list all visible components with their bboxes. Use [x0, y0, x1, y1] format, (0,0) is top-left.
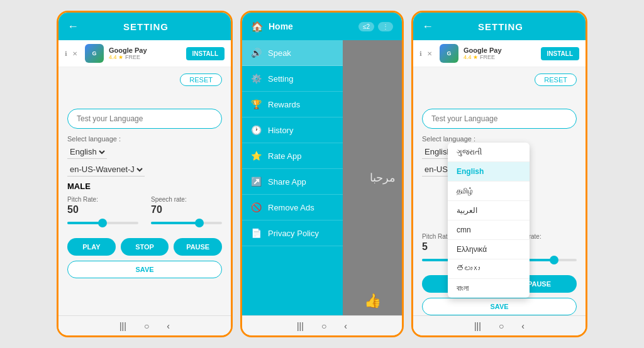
screen1-frame: ← SETTING ℹ ✕ G Google Pay 4.4 ★ FREE IN…: [57, 11, 233, 337]
share-label: Share App: [268, 177, 306, 187]
speech-track: [151, 222, 222, 224]
dropdown-item-arabic[interactable]: العربية: [448, 201, 530, 220]
screen3-title: SETTING: [440, 21, 562, 32]
screen3-frame: ← SETTING ℹ ✕ G Google Pay 4.4 ★ FREE IN…: [411, 11, 587, 337]
select-language-label: Select language :: [67, 135, 222, 143]
screen3-ad-rating: 4.4 ★: [464, 54, 478, 60]
screen2-frame: 🏠 Home ≤2 ⋮ 🔊 Speak ⚙️ Setting: [240, 11, 404, 337]
menu-item-privacy[interactable]: 📄 Privacy Policy: [242, 220, 343, 246]
language-dropdown-overlay: ગુજરાતી English தமிழ் العربية cmn Ελληνι…: [448, 143, 530, 298]
arabic-text: مرحبا: [370, 171, 396, 185]
nav-home-icon3[interactable]: ○: [499, 321, 504, 331]
speech-value: 70: [151, 204, 222, 215]
gender-label: MALE: [67, 182, 222, 191]
screen3-save-row: SAVE: [422, 298, 577, 315]
screen3-setting: ← SETTING ℹ ✕ G Google Pay 4.4 ★ FREE IN…: [413, 13, 586, 335]
nav-menu-icon3[interactable]: |||: [474, 321, 481, 331]
language-select[interactable]: English: [67, 145, 107, 159]
screen3-ad-text: Google Pay 4.4 ★ FREE: [464, 46, 536, 60]
screen3-ad-free: FREE: [480, 54, 495, 60]
screen3-ad-app-name: Google Pay: [464, 46, 536, 54]
menu-item-history[interactable]: 🕐 History: [242, 117, 343, 143]
dropdown-item-cmn[interactable]: cmn: [448, 220, 530, 240]
ad-info-icon[interactable]: ℹ: [65, 50, 67, 57]
screen3-back-button[interactable]: ←: [422, 20, 433, 33]
pause-button[interactable]: PAUSE: [174, 238, 222, 256]
screen1-body: RESET Select language : English en-US-Wa…: [58, 67, 231, 315]
rewards-label: Rewards: [268, 100, 300, 109]
nav-back-icon3[interactable]: ‹: [521, 321, 525, 331]
ad-install-button[interactable]: INSTALL: [186, 47, 225, 60]
screen3-body: RESET Select language : English en-US-Wa…: [413, 67, 586, 315]
rate-label: Rate App: [268, 151, 302, 161]
nav-menu-icon[interactable]: |||: [119, 321, 126, 331]
menu-item-remove-ads[interactable]: 🚫 Remove Ads: [242, 195, 343, 220]
language-dropdown-row: English: [67, 145, 222, 159]
nav-menu-icon2[interactable]: |||: [297, 321, 304, 331]
pitch-thumb[interactable]: [98, 219, 107, 227]
screen3-speech-thumb[interactable]: [550, 256, 558, 264]
speech-thumb[interactable]: [195, 219, 204, 227]
remove-ads-label: Remove Ads: [268, 203, 314, 212]
screen3-reset-button[interactable]: RESET: [535, 73, 577, 86]
speech-block: Speech rate: 70: [151, 196, 222, 228]
screen3-test-language-input[interactable]: [422, 109, 577, 129]
screen3-ad-logo: G: [440, 44, 458, 63]
rate-icon: ⭐: [251, 151, 262, 161]
dropdown-item-bengali[interactable]: বাংলা: [448, 279, 530, 298]
history-label: History: [268, 126, 293, 135]
screen3-ad-close-icon[interactable]: ✕: [427, 50, 432, 57]
ad-free: FREE: [125, 54, 140, 60]
thumbs-up-icon: 👍: [364, 293, 381, 309]
home-title: Home: [269, 21, 293, 31]
dropdown-item-greek[interactable]: Ελληνικά: [448, 240, 530, 259]
screen3-save-button[interactable]: SAVE: [422, 298, 577, 315]
ad-close-icon[interactable]: ✕: [72, 50, 77, 57]
nav-back-icon2[interactable]: ‹: [344, 321, 347, 331]
dropdown-item-english[interactable]: English: [448, 162, 530, 182]
save-row: SAVE: [67, 261, 222, 278]
menu-item-share[interactable]: ↗️ Share App: [242, 169, 343, 195]
rewards-icon: 🏆: [251, 99, 262, 109]
dropdown-item-tamil[interactable]: தமிழ்: [448, 182, 530, 201]
menu-item-rewards[interactable]: 🏆 Rewards: [242, 92, 343, 117]
nav-home-icon[interactable]: ○: [144, 321, 149, 331]
screen3-ad-banner: ℹ ✕ G Google Pay 4.4 ★ FREE INSTALL: [413, 40, 586, 67]
play-button[interactable]: PLAY: [67, 238, 116, 256]
screen1-setting: ← SETTING ℹ ✕ G Google Pay 4.4 ★ FREE IN…: [58, 13, 231, 335]
pitch-label: Pitch Rate:: [67, 196, 138, 203]
nav-back-icon[interactable]: ‹: [167, 321, 170, 331]
test-language-input[interactable]: [67, 109, 222, 129]
pitch-value: 50: [67, 204, 138, 215]
screens-container: ← SETTING ℹ ✕ G Google Pay 4.4 ★ FREE IN…: [0, 0, 644, 348]
screen1-back-button[interactable]: ←: [67, 20, 79, 33]
screen1-title: SETTING: [85, 21, 207, 32]
nav-home-icon2[interactable]: ○: [321, 321, 326, 331]
speech-slider[interactable]: [151, 218, 222, 228]
screen3-ad-install-button[interactable]: INSTALL: [541, 47, 579, 60]
menu-item-rate[interactable]: ⭐ Rate App: [242, 143, 343, 169]
pitch-track: [67, 222, 138, 224]
voice-dropdown-row: en-US-Wavenet-J: [67, 163, 222, 177]
voice-select[interactable]: en-US-Wavenet-J: [67, 163, 145, 177]
save-button[interactable]: SAVE: [67, 261, 222, 278]
reset-button[interactable]: RESET: [180, 73, 222, 86]
pitch-block: Pitch Rate: 50: [67, 196, 138, 228]
setting-icon: ⚙️: [251, 73, 262, 84]
home-icon[interactable]: 🏠: [251, 21, 264, 33]
pitch-slider[interactable]: [67, 218, 138, 228]
screen3-ad-info-icon[interactable]: ℹ: [419, 50, 422, 57]
screen3-select-language-label: Select language :: [422, 135, 577, 143]
stop-button[interactable]: STOP: [121, 238, 169, 256]
dropdown-item-gujarati[interactable]: ગુજરાતી: [448, 143, 530, 162]
privacy-label: Privacy Policy: [268, 229, 319, 238]
overlay-content: مرحبا: [370, 171, 396, 185]
dropdown-item-telugu[interactable]: తెలుగు: [448, 259, 530, 279]
menu-item-speak[interactable]: 🔊 Speak: [242, 40, 343, 66]
menu-content: 🔊 Speak ⚙️ Setting 🏆 Rewards 🕐 History: [242, 40, 402, 315]
menu-item-setting[interactable]: ⚙️ Setting: [242, 66, 343, 92]
speech-fill: [151, 222, 197, 224]
ad-rating: 4.4 ★: [109, 54, 123, 60]
menu-overlay: مرحبا 👍: [343, 40, 402, 315]
privacy-icon: 📄: [251, 228, 262, 238]
